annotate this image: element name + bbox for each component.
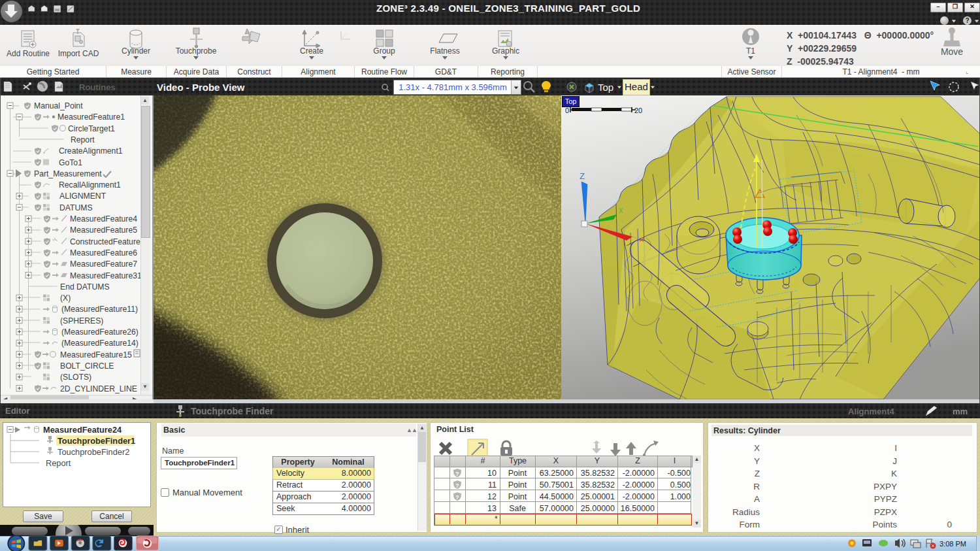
svg-text:0: 0 [565, 107, 569, 114]
svg-text:MeasuredFeature7: MeasuredFeature7 [70, 259, 137, 269]
svg-text:MeasuredFeature5: MeasuredFeature5 [70, 225, 137, 235]
svg-text:13: 13 [487, 504, 497, 513]
svg-text:RecallAlignment1: RecallAlignment1 [59, 180, 121, 190]
svg-text:(MeasuredFeature14): (MeasuredFeature14) [61, 339, 139, 348]
svg-text:?: ? [455, 471, 459, 477]
svg-text:DATUMS: DATUMS [59, 203, 93, 212]
svg-text:X: X [619, 207, 623, 214]
svg-text:35.82532: 35.82532 [581, 469, 615, 478]
svg-text:ConstructedFeature: ConstructedFeature [70, 237, 140, 246]
svg-text:CreateAlignment1: CreateAlignment1 [59, 146, 123, 156]
svg-text:25.00001: 25.00001 [581, 492, 615, 501]
svg-text:2D_CYLINDER_LINE: 2D_CYLINDER_LINE [60, 384, 137, 393]
svg-text:0.500: 0.500 [670, 480, 691, 490]
svg-text:BOLT_CIRCLE: BOLT_CIRCLE [60, 361, 114, 371]
svg-text:Z: Z [580, 171, 585, 181]
svg-text:Point: Point [508, 480, 527, 490]
svg-text:GoTo1: GoTo1 [59, 158, 82, 167]
svg-text:-2.00000: -2.00000 [623, 480, 655, 490]
svg-text:(X): (X) [60, 293, 71, 303]
svg-text:25.00000: 25.00000 [581, 504, 615, 513]
svg-text:TouchprobeFinder2: TouchprobeFinder2 [57, 447, 129, 457]
svg-text:-2.00000: -2.00000 [623, 492, 655, 501]
svg-text:Report: Report [71, 135, 95, 144]
svg-text:?: ? [455, 482, 459, 489]
svg-text:CircleTarget1: CircleTarget1 [68, 124, 115, 133]
svg-text:(SPHERES): (SPHERES) [60, 316, 103, 326]
svg-text:-0.500: -0.500 [668, 469, 691, 478]
svg-text:MeasuredFeature15: MeasuredFeature15 [60, 350, 132, 359]
svg-text:?: ? [455, 494, 459, 501]
svg-text:Manual_Point: Manual_Point [34, 101, 83, 110]
svg-text:MeasuredFeature4: MeasuredFeature4 [70, 214, 137, 224]
svg-text:Safe: Safe [509, 504, 526, 513]
svg-text:50.75001: 50.75001 [540, 480, 574, 490]
svg-text:MeasuredFeature6: MeasuredFeature6 [70, 248, 137, 258]
svg-text:Report: Report [46, 458, 71, 468]
svg-text:Point: Point [508, 492, 527, 501]
svg-text:20: 20 [634, 107, 642, 114]
svg-text:10: 10 [487, 469, 497, 478]
svg-text:-2.00000: -2.00000 [623, 469, 655, 478]
svg-text:End DATUMS: End DATUMS [60, 282, 110, 292]
svg-text:44.50000: 44.50000 [540, 492, 574, 501]
svg-text:MeasuredFeature31: MeasuredFeature31 [70, 271, 142, 280]
svg-text:16.50000: 16.50000 [621, 504, 655, 513]
svg-text:Part_Measurement: Part_Measurement [34, 169, 102, 178]
svg-text:(MeasuredFeature11): (MeasuredFeature11) [61, 305, 138, 314]
svg-text:(SLOTS): (SLOTS) [60, 373, 91, 382]
svg-text:1.000: 1.000 [670, 492, 691, 501]
svg-text:57.00000: 57.00000 [540, 504, 574, 513]
svg-text:Point: Point [508, 469, 527, 478]
svg-text:MeasuredFeature1: MeasuredFeature1 [57, 112, 125, 122]
svg-text:63.25000: 63.25000 [540, 469, 574, 478]
svg-text:(MeasuredFeature26): (MeasuredFeature26) [61, 327, 139, 337]
svg-text:35.82532: 35.82532 [581, 480, 615, 490]
svg-text:ALIGNMENT: ALIGNMENT [59, 192, 106, 201]
svg-text:MeasuredFeature24: MeasuredFeature24 [43, 425, 122, 435]
svg-text:TouchprobeFinder1: TouchprobeFinder1 [57, 436, 135, 446]
svg-text:11: 11 [488, 480, 497, 490]
svg-text:12: 12 [487, 492, 497, 501]
